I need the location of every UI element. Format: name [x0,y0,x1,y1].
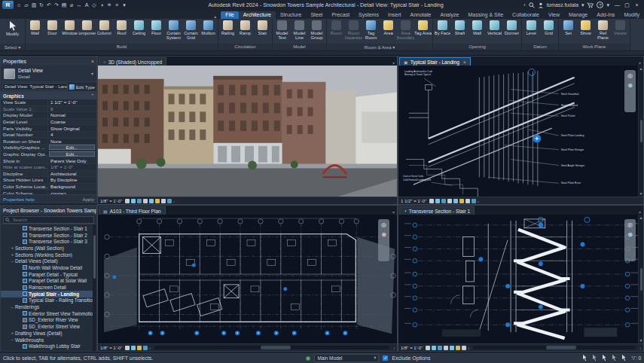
section-canvas[interactable]: ◎⊕ ▲▼ [398,215,643,343]
ribbon-button[interactable]: Area [380,19,397,40]
tree-item[interactable]: +Area Plans (Gross Building) [1,349,96,351]
show-crop-icon[interactable] [450,346,454,350]
property-row[interactable]: Scale Value 1:8 [1,106,96,113]
ribbon-button[interactable]: Door [44,19,61,40]
scroll-left-icon[interactable]: ‹ [173,199,175,203]
ribbon-tab[interactable]: Systems [354,11,383,19]
close-button[interactable]: × [632,2,642,8]
browser-search-input[interactable] [11,217,92,223]
view-tab-section[interactable]: ◑Transverse Section - Stair 1 [399,206,475,215]
section-pin-icon[interactable]: ⌃ [90,93,94,98]
crop-view-icon[interactable] [143,199,148,203]
panel-label-model[interactable]: Model [273,44,326,50]
reveal-hidden-icon[interactable] [161,199,166,203]
panel-label-circulation[interactable]: Circulation [218,44,272,50]
type-selector[interactable]: Detail View Detail ▾ [1,66,96,82]
temporary-hide-icon[interactable] [456,346,460,350]
text-icon[interactable]: A [83,1,90,9]
signed-in-user[interactable]: tomasz.fudala [547,2,578,8]
ribbon-button[interactable]: Room [328,19,345,40]
cart-icon[interactable] [587,2,594,8]
restore-button[interactable]: ▢ [622,2,632,8]
property-row[interactable]: Hide at scales coars...1/8" = 1'-0" [1,164,96,171]
ribbon-tab[interactable]: Collaborate [508,11,544,19]
ribbon-button[interactable]: Roof [113,19,130,40]
temporary-hide-icon[interactable] [137,346,142,350]
view-tab-options-icon[interactable]: ▾ [639,60,643,66]
panel-label-room-area[interactable]: Room & Area ▾ [327,44,432,50]
section-icon[interactable]: ◑ [98,1,105,9]
temporary-hide-icon[interactable] [155,199,160,203]
ribbon-tab[interactable]: File [221,11,238,19]
sun-icon[interactable]: ☀ [105,1,113,9]
ribbon-tab[interactable]: Precast [327,11,354,19]
tree-item[interactable]: Parapet Detail - Typical [1,271,96,278]
aligned-dimension-icon[interactable]: ↔ [75,1,83,9]
tree-item[interactable]: SD_Exterior River View [1,317,96,324]
tree-toggle-icon[interactable]: − [10,259,15,264]
tree-item[interactable]: Typical Stair - Landing [1,291,96,297]
tree-item[interactable]: Rainscreen Detail [1,284,96,291]
tree-toggle-icon[interactable]: − [10,337,15,342]
navigation-bar[interactable]: ◎⊕ [624,70,636,112]
drag-on-selection-icon[interactable] [622,355,628,361]
crop-view-icon[interactable] [444,346,448,350]
ribbon-button[interactable]: Curtain System [165,19,182,40]
ribbon-button[interactable]: Area Boundary [397,19,414,40]
reveal-hidden-icon[interactable] [465,199,470,203]
ribbon-button[interactable]: Model Text [273,19,291,40]
thin-lines-icon[interactable]: ≡ [113,1,121,9]
reveal-hidden-icon[interactable] [143,346,148,350]
browser-scrollbar[interactable] [93,224,96,351]
property-row[interactable]: Show Hidden LinesBy Discipline [1,177,96,184]
tree-item[interactable]: −Detail Views (Detail) [1,258,96,264]
property-row[interactable]: Detail Number4 [1,132,96,139]
sun-path-icon[interactable] [131,199,136,203]
scroll-right-icon[interactable]: › [393,346,395,350]
select-underlay-icon[interactable] [593,355,599,361]
panel-label-datum[interactable]: Datum [522,44,558,50]
ribbon-button[interactable]: Shaft [451,19,469,40]
collapse-search-icon[interactable]: ‹ [523,2,525,8]
crop-view-icon[interactable] [447,199,452,203]
property-row[interactable]: Color Scheme Locat...Background [1,184,96,191]
view-scrollbar[interactable]: ▲▼ [638,66,643,197]
save-icon[interactable]: ▥ [30,1,38,9]
property-row[interactable]: Rotation on SheetNone [1,139,96,145]
active-workset-select[interactable]: Main Model▾ [314,354,379,362]
revit-logo-icon[interactable]: R [2,1,14,9]
select-by-face-icon[interactable] [612,355,618,361]
show-crop-icon[interactable] [453,199,458,203]
scroll-left-icon[interactable]: ‹ [478,199,479,203]
tree-item[interactable]: −Renderings [1,304,96,310]
ribbon-button[interactable]: Viewer [612,19,629,40]
user-dropdown-icon[interactable]: ▾ [581,2,584,8]
user-icon[interactable] [538,2,544,8]
property-row[interactable]: Parts VisibilityShow Original [1,125,96,132]
ribbon-button[interactable]: Model Line [291,19,308,40]
steering-wheel-icon[interactable]: ◎ [381,222,386,228]
visual-style-icon[interactable] [125,199,130,203]
3d-canvas[interactable] [98,66,397,197]
zoom-icon[interactable]: ⊕ [627,232,633,238]
ribbon-tab[interactable]: Add-Ins [592,11,619,19]
property-row[interactable]: Graphic Display Opt...Edit... [1,151,96,158]
modify-button[interactable]: Modify [0,19,25,44]
temporary-hide-icon[interactable] [459,199,464,203]
horizontal-scrollbar[interactable] [473,346,636,349]
tree-item[interactable]: Walkthrough Lobby Stair [1,343,96,349]
property-row[interactable]: Visibility/Graphics ...Edit... [1,145,96,151]
ribbon-tab[interactable]: View [544,11,564,19]
tree-item[interactable]: Transverse Section - Stair 3 [1,238,96,245]
navigation-bar[interactable]: ◎⊕ [624,219,636,261]
instance-selector[interactable]: Detail View: Typical Stair - Landin▾ [2,83,68,90]
works haring-display-icon[interactable] [472,199,476,203]
shadows-icon[interactable] [441,199,446,203]
properties-close-icon[interactable]: × [91,59,94,64]
scroll-right-icon[interactable]: › [639,346,641,350]
panel-label-build[interactable]: Build [26,44,218,50]
panel-label-work-plane[interactable]: Work Plane [559,44,630,50]
property-row[interactable]: Detail LevelCoarse [1,119,96,126]
ribbon-tab[interactable]: Massing & Site [463,11,508,19]
panel-label-opening[interactable]: Opening [433,44,521,50]
